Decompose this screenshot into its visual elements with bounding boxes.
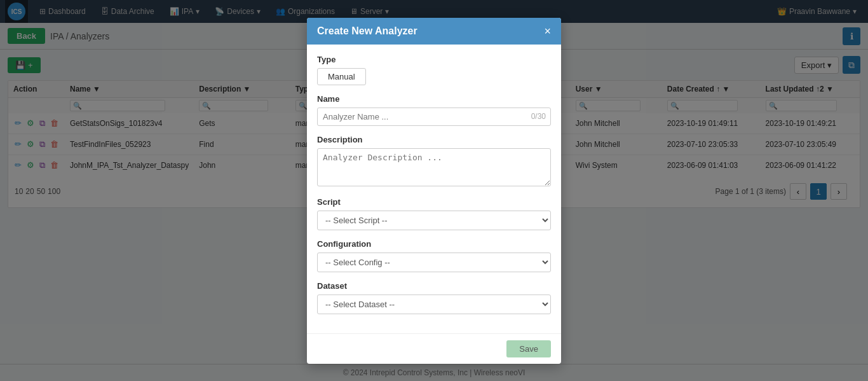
- script-select[interactable]: -- Select Script --: [317, 211, 551, 230]
- type-manual-button[interactable]: Manual: [317, 68, 366, 85]
- script-label: Script: [317, 197, 551, 207]
- script-field: Script -- Select Script --: [317, 197, 551, 230]
- analyzer-name-input[interactable]: [317, 107, 551, 126]
- dataset-label: Dataset: [317, 281, 551, 291]
- description-field: Description: [317, 135, 551, 188]
- name-input-wrapper: 0/30: [317, 107, 551, 126]
- name-field: Name 0/30: [317, 94, 551, 126]
- modal-footer: Save: [307, 333, 561, 364]
- config-field: Configuration -- Select Config --: [317, 239, 551, 272]
- name-label: Name: [317, 94, 551, 104]
- save-button[interactable]: Save: [506, 340, 551, 357]
- analyzer-description-textarea[interactable]: [317, 148, 551, 186]
- dataset-field: Dataset -- Select Dataset --: [317, 281, 551, 314]
- modal-title: Create New Analyzer: [317, 25, 417, 37]
- type-label: Type: [317, 55, 551, 64]
- create-analyzer-modal: Create New Analyzer × Type Manual Name 0…: [307, 18, 561, 364]
- type-field: Type Manual: [317, 55, 551, 85]
- modal-header: Create New Analyzer ×: [307, 18, 561, 45]
- modal-body: Type Manual Name 0/30 Description Script…: [307, 45, 561, 333]
- config-label: Configuration: [317, 239, 551, 249]
- config-select[interactable]: -- Select Config --: [317, 253, 551, 272]
- dataset-select[interactable]: -- Select Dataset --: [317, 294, 551, 314]
- modal-overlay[interactable]: Create New Analyzer × Type Manual Name 0…: [0, 0, 868, 380]
- modal-close-button[interactable]: ×: [544, 25, 551, 37]
- name-counter: 0/30: [531, 112, 546, 121]
- description-label: Description: [317, 135, 551, 144]
